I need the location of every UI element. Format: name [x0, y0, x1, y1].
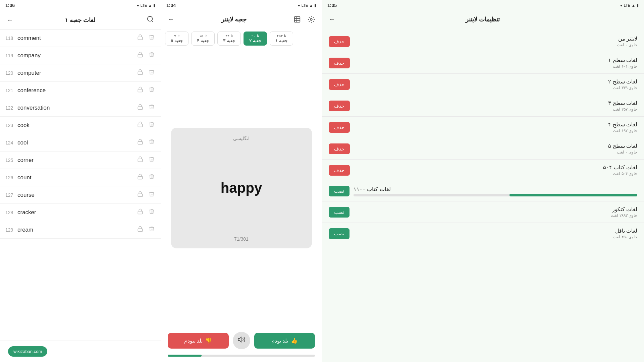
- list-item[interactable]: 125 corner: [0, 152, 161, 169]
- list-item[interactable]: 129 cream: [0, 221, 161, 239]
- list-item[interactable]: 118 comment: [0, 29, 161, 47]
- settings-title: لغات سطح ۵: [354, 143, 637, 149]
- svg-rect-9: [138, 159, 143, 162]
- settings-button-2[interactable]: [306, 14, 316, 24]
- back-button-3[interactable]: ←: [327, 14, 337, 24]
- progress-bar-bg: [168, 355, 315, 357]
- word-actions: [137, 138, 155, 147]
- flashcard-tab-2[interactable]: تا ۳۴جعبه ۳: [217, 32, 241, 46]
- panel-settings: 1:05 ● LTE ▲ ▮ ← تنظیمات لایتنر لایتنر م…: [322, 0, 644, 362]
- word-text: conversation: [17, 105, 137, 111]
- wrong-button[interactable]: 👎 بلد نبودم: [168, 333, 229, 349]
- word-actions: [137, 173, 155, 182]
- book-button[interactable]: [292, 14, 302, 24]
- settings-text: لغات کتاب ۵۰۴ حاوی ۵۰۴ لغت: [354, 164, 637, 176]
- lock-icon[interactable]: [137, 103, 144, 112]
- delete-icon[interactable]: [148, 34, 155, 43]
- flashcard-tab-4[interactable]: تا ۴۵۳جعبه ۱: [270, 32, 293, 46]
- status-bar-3: 1:05 ● LTE ▲ ▮: [322, 0, 644, 11]
- list-item[interactable]: 123 cook: [0, 117, 161, 134]
- word-text: comment: [17, 35, 137, 42]
- delete-icon[interactable]: [148, 156, 155, 165]
- sound-button[interactable]: [233, 332, 250, 349]
- settings-subtitle: حاوی ۵۰۴ لغت: [354, 171, 637, 176]
- flashcard-area: انگلیسی happy 71/301: [161, 49, 322, 326]
- settings-subtitle: حاوی ۱۹۲ لغت: [354, 128, 637, 133]
- list-item[interactable]: 120 computer: [0, 64, 161, 82]
- word-actions: [137, 190, 155, 199]
- time-3: 1:05: [327, 3, 337, 8]
- list-item[interactable]: 126 count: [0, 169, 161, 186]
- back-button-2[interactable]: ←: [166, 14, 176, 24]
- delete-icon[interactable]: [148, 51, 155, 60]
- delete-button-6[interactable]: حذف: [329, 165, 350, 176]
- word-text: cream: [17, 227, 137, 233]
- delete-button-5[interactable]: حذف: [329, 143, 350, 154]
- lock-icon[interactable]: [137, 225, 144, 234]
- lock-icon[interactable]: [137, 138, 144, 147]
- delete-icon[interactable]: [148, 138, 155, 147]
- settings-item-3: لغات سطح ۳ حاوی ۲۵۷ لغت حذف: [322, 95, 644, 117]
- settings-subtitle: حاوی ۳۳۹ لغت: [354, 85, 637, 90]
- delete-icon[interactable]: [148, 86, 155, 95]
- svg-rect-2: [138, 37, 143, 40]
- search-button[interactable]: [145, 14, 155, 26]
- delete-icon[interactable]: [148, 68, 155, 77]
- settings-title: لغات سطح ۳: [354, 100, 637, 106]
- list-item[interactable]: 128 cracker: [0, 204, 161, 221]
- lock-icon[interactable]: [137, 208, 144, 217]
- lock-icon[interactable]: [137, 34, 144, 43]
- list-item[interactable]: 121 conference: [0, 82, 161, 99]
- lock-icon[interactable]: [137, 156, 144, 165]
- install-progress: لغات کتاب ۱۱۰۰: [354, 186, 637, 196]
- word-actions: [137, 34, 155, 43]
- word-actions: [137, 68, 155, 77]
- card-counter: 71/301: [234, 236, 249, 242]
- list-item[interactable]: 122 conversation: [0, 99, 161, 117]
- lock-icon[interactable]: [137, 51, 144, 60]
- install-button-7[interactable]: نصب: [329, 186, 350, 196]
- delete-button-4[interactable]: حذف: [329, 122, 350, 133]
- install-button-8[interactable]: نصب: [329, 207, 350, 218]
- flashcard-tab-0[interactable]: تا ۷جعبه ۵: [165, 32, 189, 46]
- signal-icon-2: ▲: [309, 3, 313, 7]
- progress-bar-container: [161, 355, 322, 362]
- install-button-9[interactable]: نصب: [329, 228, 350, 239]
- flashcard-tab-3[interactable]: تا ۹۰جعبه ۲: [244, 32, 267, 46]
- lock-icon[interactable]: [137, 68, 144, 77]
- word-text: cool: [17, 139, 137, 146]
- flashcard-tab-1[interactable]: تا ۱۵جعبه ۴: [191, 32, 215, 46]
- lock-icon[interactable]: [137, 86, 144, 95]
- network-2: LTE: [302, 3, 308, 7]
- delete-icon[interactable]: [148, 225, 155, 234]
- delete-button-2[interactable]: حذف: [329, 79, 350, 90]
- delete-button-1[interactable]: حذف: [329, 58, 350, 68]
- back-button-1[interactable]: ←: [5, 15, 15, 25]
- dot-icon-1: ●: [137, 3, 139, 7]
- list-item[interactable]: 124 cool: [0, 134, 161, 152]
- battery-icon-3: ▮: [637, 3, 639, 8]
- lock-icon[interactable]: [137, 173, 144, 182]
- delete-icon[interactable]: [148, 173, 155, 182]
- lock-icon[interactable]: [137, 121, 144, 130]
- delete-icon[interactable]: [148, 103, 155, 112]
- list-item[interactable]: 119 company: [0, 47, 161, 64]
- word-number: 122: [5, 105, 17, 111]
- svg-rect-6: [138, 107, 143, 109]
- delete-button-0[interactable]: حذف: [329, 36, 350, 47]
- delete-icon[interactable]: [148, 190, 155, 199]
- search-icon: [147, 15, 154, 24]
- battery-icon-1: ▮: [153, 3, 155, 8]
- delete-button-3[interactable]: حذف: [329, 101, 350, 111]
- settings-title: لغات سطح ۱: [354, 57, 637, 63]
- delete-icon[interactable]: [148, 208, 155, 217]
- delete-icon[interactable]: [148, 121, 155, 130]
- settings-item-8: لغات کنکور حاوی ۲۸۹۳ لغت نصب: [322, 201, 644, 223]
- svg-rect-7: [138, 124, 143, 127]
- correct-button[interactable]: 👍 بلد بودم: [254, 333, 315, 349]
- list-item[interactable]: 127 course: [0, 186, 161, 204]
- word-actions: [137, 225, 155, 234]
- lock-icon[interactable]: [137, 190, 144, 199]
- settings-item-2: لغات سطح ۲ حاوی ۳۳۹ لغت حذف: [322, 74, 644, 95]
- svg-rect-8: [138, 141, 143, 144]
